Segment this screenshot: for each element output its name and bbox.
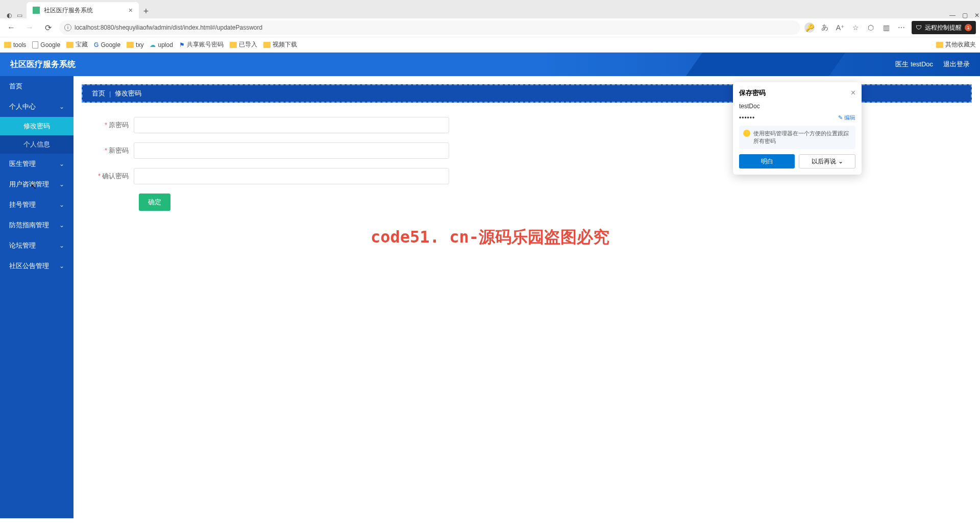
sidebar-item-notice[interactable]: 社区公告管理⌄ — [0, 256, 74, 276]
sidebar-item-forum[interactable]: 论坛管理⌄ — [0, 235, 74, 256]
profile-icon[interactable]: ◐ — [6, 12, 12, 18]
app-root: 社区医疗服务系统 医生 testDoc 退出登录 首页 个人中心⌄ 修改密码 个… — [0, 53, 980, 518]
minimize-icon[interactable]: — — [949, 12, 955, 18]
browser-chrome: ◐ ▭ 社区医疗服务系统 × + — ▢ ✕ ← → ⟳ i localhost… — [0, 0, 980, 53]
extensions-icon[interactable]: ⬡ — [866, 22, 876, 33]
user-label[interactable]: 医生 testDoc — [895, 60, 933, 69]
address-bar: ← → ⟳ i localhost:8080/shequyiliaofw/adm… — [0, 18, 980, 37]
cloud-icon: ☁ — [150, 41, 156, 49]
input-confirm-password[interactable] — [134, 168, 449, 184]
shield-icon: 🛡 — [916, 24, 922, 31]
chevron-down-icon: ⌄ — [59, 103, 64, 110]
bookmark-item[interactable]: txy — [127, 41, 143, 49]
menu-icon[interactable]: ⋯ — [896, 22, 906, 33]
sidebar-item-consult[interactable]: 用户咨询管理⌄ — [0, 174, 74, 195]
watermark-big: code51. cn-源码乐园盗图必究 — [371, 226, 609, 249]
sidebar-home[interactable]: 首页 — [0, 76, 74, 97]
sidebar: 首页 个人中心⌄ 修改密码 个人信息 医生管理⌄ 用户咨询管理⌄ 挂号管理⌄ 防… — [0, 76, 74, 518]
back-button[interactable]: ← — [4, 20, 18, 35]
folder-icon — [936, 42, 943, 48]
bookmark-item[interactable]: 视频下载 — [263, 40, 297, 49]
folder-icon — [66, 42, 74, 48]
sidebar-item-guide[interactable]: 防范指南管理⌄ — [0, 215, 74, 235]
saved-password-mask: •••••• — [739, 114, 755, 122]
folder-icon — [230, 42, 237, 48]
bookmark-item[interactable]: 宝藏 — [66, 40, 88, 49]
folder-icon — [263, 42, 271, 48]
breadcrumb-current: 修改密码 — [115, 89, 141, 98]
google-icon: G — [94, 41, 99, 49]
label-confirm-password: *确认密码 — [92, 172, 134, 181]
info-icon[interactable]: i — [64, 24, 71, 31]
breadcrumb-home[interactable]: 首页 — [92, 89, 105, 98]
notice-badge: 1 — [965, 24, 972, 31]
label-old-password: *原密码 — [92, 121, 134, 130]
dialog-ok-button[interactable]: 明白 — [739, 154, 795, 168]
folder-icon — [127, 42, 134, 48]
submit-button[interactable]: 确定 — [139, 194, 170, 211]
sidebar-item-doctor[interactable]: 医生管理⌄ — [0, 154, 74, 174]
bookmark-item[interactable]: ☁uplod — [150, 41, 173, 49]
bookmark-item[interactable]: Google — [32, 41, 60, 49]
favorite-icon[interactable]: ☆ — [850, 22, 861, 33]
chevron-down-icon: ⌄ — [59, 181, 64, 188]
tab-close-icon[interactable]: × — [129, 6, 133, 14]
collections-icon[interactable]: ▥ — [881, 22, 891, 33]
cursor-icon: ↖ — [31, 182, 37, 190]
folder-icon — [4, 42, 11, 48]
close-window-icon[interactable]: ✕ — [974, 12, 980, 18]
chevron-down-icon: ⌄ — [838, 158, 843, 165]
edit-link[interactable]: ✎ 编辑 — [838, 114, 855, 122]
tabs-icon[interactable]: ▭ — [16, 12, 22, 18]
bookmarks-bar: tools Google 宝藏 GGoogle txy ☁uplod ⚑共享账号… — [0, 37, 980, 52]
password-form: *原密码 *新密码 *确认密码 确定 — [92, 117, 449, 211]
saved-username: testDoc — [739, 103, 760, 110]
translate-icon[interactable]: あ — [820, 22, 830, 33]
tab-strip: ◐ ▭ 社区医疗服务系统 × + — ▢ ✕ — [0, 0, 980, 18]
sidebar-subitem-profile[interactable]: 个人信息 — [0, 135, 74, 154]
bookmark-item[interactable]: 已导入 — [230, 40, 257, 49]
input-old-password[interactable] — [134, 117, 449, 133]
refresh-button[interactable]: ⟳ — [41, 20, 55, 35]
url-text: localhost:8080/shequyiliaofw/admin/dist/… — [75, 24, 262, 31]
separator: | — [109, 90, 111, 98]
input-new-password[interactable] — [134, 142, 449, 159]
chevron-down-icon: ⌄ — [59, 160, 64, 167]
share-icon: ⚑ — [179, 41, 185, 49]
vue-favicon-icon — [33, 7, 40, 14]
chevron-down-icon: ⌄ — [59, 222, 64, 229]
url-input[interactable]: i localhost:8080/shequyiliaofw/admin/dis… — [59, 20, 800, 35]
chevron-down-icon: ⌄ — [59, 242, 64, 249]
dialog-close-icon[interactable]: × — [851, 88, 855, 98]
lightbulb-icon — [743, 130, 750, 137]
sidebar-item-register[interactable]: 挂号管理⌄ — [0, 195, 74, 215]
key-icon[interactable]: 🔑 — [804, 22, 815, 33]
bookmark-item[interactable]: GGoogle — [94, 41, 120, 49]
label-new-password: *新密码 — [92, 146, 134, 155]
bookmark-item[interactable]: tools — [4, 41, 26, 49]
browser-tab[interactable]: 社区医疗服务系统 × — [27, 2, 139, 18]
app-header: 社区医疗服务系统 医生 testDoc 退出登录 — [0, 53, 980, 76]
forward-button[interactable]: → — [22, 20, 37, 35]
chevron-down-icon: ⌄ — [59, 262, 64, 270]
bookmark-other[interactable]: 其他收藏夹 — [936, 40, 976, 49]
page-icon — [32, 41, 38, 49]
bookmark-item[interactable]: ⚑共享账号密码 — [179, 40, 224, 49]
dialog-title: 保存密码 — [739, 88, 766, 98]
new-tab-button[interactable]: + — [139, 4, 153, 18]
dialog-tip: 使用密码管理器在一个方便的位置跟踪所有密码 — [739, 126, 855, 149]
sidebar-item-personal[interactable]: 个人中心⌄ — [0, 97, 74, 117]
remote-control-notice[interactable]: 🛡 远程控制提醒 1 — [912, 21, 976, 34]
maximize-icon[interactable]: ▢ — [962, 12, 968, 18]
read-aloud-icon[interactable]: A⁺ — [835, 22, 845, 33]
dialog-later-button[interactable]: 以后再说⌄ — [799, 154, 855, 168]
logout-link[interactable]: 退出登录 — [943, 60, 970, 69]
tab-title: 社区医疗服务系统 — [44, 6, 93, 15]
app-title: 社区医疗服务系统 — [10, 59, 76, 70]
sidebar-subitem-changepwd[interactable]: 修改密码 — [0, 117, 74, 135]
save-password-dialog: 保存密码 × testDoc •••••• ✎ 编辑 使用密码管理器在一个方便的… — [733, 82, 862, 175]
chevron-down-icon: ⌄ — [59, 201, 64, 208]
